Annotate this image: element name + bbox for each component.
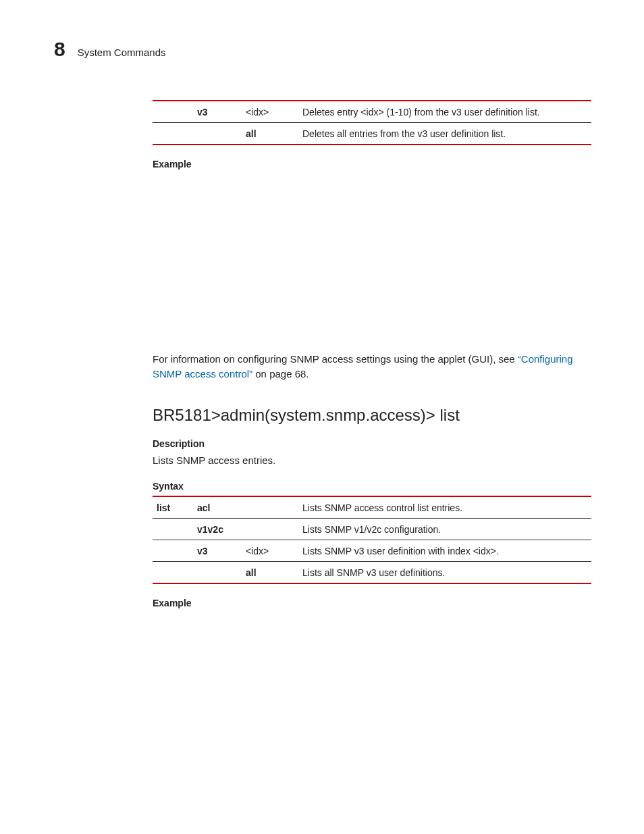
param-description: Deletes all entries from the v3 user def…	[298, 123, 591, 145]
table-row: v3 <idx> Lists SNMP v3 user definition w…	[153, 540, 591, 562]
description-heading: Description	[153, 438, 590, 449]
param: v3	[193, 540, 242, 562]
table-row: v3 <idx> Deletes entry <idx> (1-10) from…	[153, 101, 591, 123]
example-heading: Example	[153, 159, 590, 170]
param-description: Lists all SNMP v3 user definitions.	[298, 562, 591, 584]
param-description: Deletes entry <idx> (1-10) from the v3 u…	[298, 101, 591, 123]
param: acl	[193, 496, 242, 519]
chapter-number: 8	[54, 39, 65, 59]
param-description: Lists SNMP access control list entries.	[298, 496, 591, 519]
syntax-heading: Syntax	[153, 481, 590, 492]
command	[153, 519, 193, 540]
table-row: all Deletes all entries from the v3 user…	[153, 123, 591, 145]
chapter-title: System Commands	[78, 47, 166, 58]
param: all	[242, 123, 298, 145]
table-row: v1v2c Lists SNMP v1/v2c configuration.	[153, 519, 591, 540]
param: <idx>	[242, 101, 298, 123]
param-description: Lists SNMP v1/v2c configuration.	[298, 519, 591, 540]
table-row: list acl Lists SNMP access control list …	[153, 496, 591, 519]
page-header: 8 System Commands	[54, 39, 590, 59]
command	[153, 540, 193, 562]
param	[242, 496, 298, 519]
description-text: Lists SNMP access entries.	[153, 453, 590, 468]
command	[153, 562, 193, 584]
command-title: BR5181>admin(system.snmp.access)> list	[153, 406, 590, 425]
syntax-table-delete-v3: v3 <idx> Deletes entry <idx> (1-10) from…	[153, 100, 591, 145]
cross-reference-paragraph: For information on configuring SNMP acce…	[153, 352, 590, 382]
command: list	[153, 496, 193, 519]
param	[242, 519, 298, 540]
param	[193, 123, 242, 145]
text: on page 68.	[252, 368, 308, 380]
param: v1v2c	[193, 519, 242, 540]
table-row: all Lists all SNMP v3 user definitions.	[153, 562, 591, 584]
text: For information on configuring SNMP acce…	[153, 353, 518, 365]
syntax-table-list: list acl Lists SNMP access control list …	[153, 496, 591, 584]
param	[193, 562, 242, 584]
param-description: Lists SNMP v3 user definition with index…	[298, 540, 591, 562]
param: all	[242, 562, 298, 584]
param: <idx>	[242, 540, 298, 562]
example-heading: Example	[153, 598, 590, 608]
param: v3	[193, 101, 242, 123]
